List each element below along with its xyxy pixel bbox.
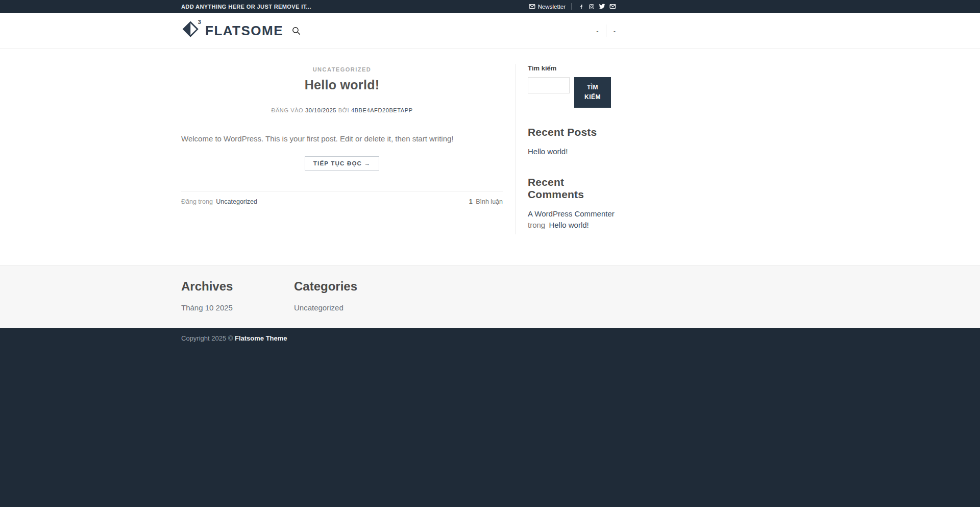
nav-item-2[interactable]: - xyxy=(611,27,618,35)
posted-in-category-link[interactable]: Uncategorized xyxy=(216,198,257,205)
post-column: UNCATEGORIZED Hello world! ĐĂNG VÀO 30/1… xyxy=(181,64,516,234)
copyright-brand: Flatsome Theme xyxy=(235,334,287,342)
archives-list: Tháng 10 2025 xyxy=(181,303,294,312)
nav-item-1[interactable]: - xyxy=(594,27,601,35)
logo-mark: 3 xyxy=(198,19,201,25)
post-meta: ĐĂNG VÀO 30/10/2025 BỞI 4BBE4AFD20BETAPP xyxy=(181,107,503,113)
meta-posted-on-label: ĐĂNG VÀO xyxy=(271,107,303,113)
recent-posts-title: Recent Posts xyxy=(528,126,618,138)
category-link[interactable]: Uncategorized xyxy=(294,303,344,312)
facebook-icon[interactable] xyxy=(576,4,586,10)
sidebar-search-form: TÌM KIẾM xyxy=(528,77,618,108)
nav-divider xyxy=(606,25,606,37)
header-nav: - - xyxy=(594,25,618,37)
search-widget: Tìm kiếm TÌM KIẾM xyxy=(528,64,618,108)
recent-comments-title: Recent Comments xyxy=(528,176,618,201)
newsletter-link[interactable]: Newsletter xyxy=(529,3,566,10)
logo-text: FLATSOME xyxy=(205,23,283,39)
instagram-icon[interactable] xyxy=(586,4,597,10)
topbar-message: ADD ANYTHING HERE OR JUST REMOVE IT... xyxy=(181,4,311,10)
comments-label: Bình luận xyxy=(476,198,503,205)
comment-post-link[interactable]: Hello world! xyxy=(549,221,589,229)
search-icon[interactable] xyxy=(291,26,301,36)
recent-post-link[interactable]: Hello world! xyxy=(528,147,568,156)
archives-title: Archives xyxy=(181,279,294,294)
archive-link[interactable]: Tháng 10 2025 xyxy=(181,303,233,312)
post-title: Hello world! xyxy=(181,78,503,92)
post-footer: Đăng trong Uncategorized 1 Bình luận xyxy=(181,191,503,205)
flatsome-logo-icon: 3 xyxy=(181,19,202,42)
readmore-wrap: TIẾP TỤC ĐỌC → xyxy=(181,156,503,171)
sidebar: Tìm kiếm TÌM KIẾM Recent Posts Hello wor… xyxy=(516,64,618,234)
post: UNCATEGORIZED Hello world! ĐĂNG VÀO 30/1… xyxy=(181,64,503,205)
list-item: A WordPress Commenter trong Hello world! xyxy=(528,208,618,231)
site-header: 3 FLATSOME - - xyxy=(0,13,980,49)
footer-widgets: Archives Tháng 10 2025 Categories Uncate… xyxy=(0,265,980,328)
list-item: Uncategorized xyxy=(294,303,407,312)
recent-posts-list: Hello world! xyxy=(528,146,618,158)
meta-by-label: BỞI xyxy=(338,107,350,113)
posted-in-label: Đăng trong xyxy=(181,198,213,205)
meta-author-link[interactable]: 4BBE4AFD20BETAPP xyxy=(351,107,413,113)
meta-date-link[interactable]: 30/10/2025 xyxy=(305,107,336,113)
twitter-icon[interactable] xyxy=(597,3,607,10)
categories-widget: Categories Uncategorized xyxy=(294,279,407,312)
categories-title: Categories xyxy=(294,279,407,294)
copyright-text: Copyright 2025 © xyxy=(181,334,235,342)
comment-author-link[interactable]: A WordPress Commenter xyxy=(528,208,618,220)
list-item: Hello world! xyxy=(528,146,618,158)
post-excerpt: Welcome to WordPress. This is your first… xyxy=(181,133,503,146)
comments-count: 1 xyxy=(469,198,473,205)
list-item: Tháng 10 2025 xyxy=(181,303,294,312)
posted-in: Đăng trong Uncategorized xyxy=(181,198,257,205)
post-category-link[interactable]: UNCATEGORIZED xyxy=(313,66,372,73)
comments-count-link[interactable]: 1 Bình luận xyxy=(469,198,503,205)
comment-in-label: trong xyxy=(528,221,545,229)
sidebar-search-input[interactable] xyxy=(528,77,570,93)
site-logo[interactable]: 3 FLATSOME xyxy=(181,19,283,42)
email-icon[interactable] xyxy=(607,3,618,10)
page: ADD ANYTHING HERE OR JUST REMOVE IT... N… xyxy=(0,0,980,507)
topbar: ADD ANYTHING HERE OR JUST REMOVE IT... N… xyxy=(0,0,980,13)
footer-copyright: Copyright 2025 © Flatsome Theme xyxy=(0,328,980,507)
continue-reading-button[interactable]: TIẾP TỤC ĐỌC → xyxy=(305,156,379,171)
archives-widget: Archives Tháng 10 2025 xyxy=(181,279,294,312)
newsletter-label: Newsletter xyxy=(538,4,566,10)
main-content: UNCATEGORIZED Hello world! ĐĂNG VÀO 30/1… xyxy=(0,49,980,265)
sidebar-search-button[interactable]: TÌM KIẾM xyxy=(574,77,611,108)
envelope-icon xyxy=(529,3,535,10)
topbar-divider xyxy=(571,3,572,10)
categories-list: Uncategorized xyxy=(294,303,407,312)
recent-comments-list: A WordPress Commenter trong Hello world! xyxy=(528,208,618,231)
topbar-right: Newsletter xyxy=(529,3,618,10)
post-header: UNCATEGORIZED Hello world! ĐĂNG VÀO 30/1… xyxy=(181,64,503,113)
search-widget-title: Tìm kiếm xyxy=(528,64,618,72)
